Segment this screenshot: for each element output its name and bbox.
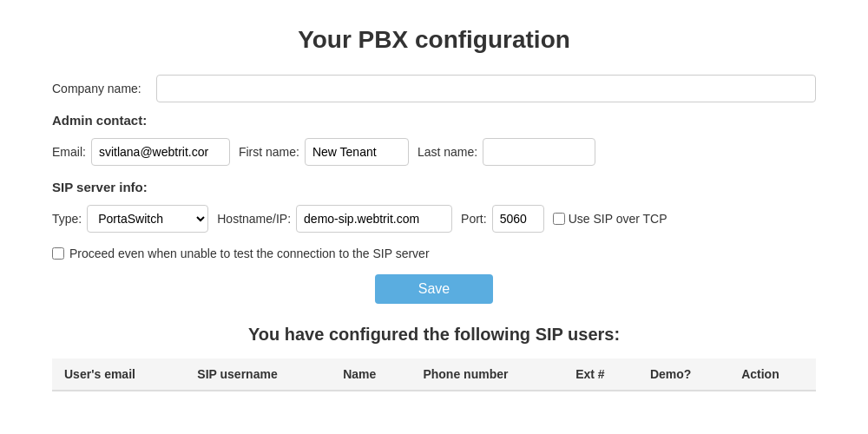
col-sip-username: SIP username	[185, 358, 331, 391]
save-btn-row: Save	[52, 274, 816, 304]
port-label: Port:	[461, 212, 487, 226]
company-name-label: Company name:	[52, 82, 156, 95]
sip-users-table: User's email SIP username Name Phone num…	[52, 358, 816, 391]
company-name-input[interactable]	[156, 75, 816, 102]
use-sip-tcp-checkbox[interactable]	[553, 213, 565, 225]
first-name-input[interactable]	[305, 138, 409, 166]
type-label: Type:	[52, 212, 82, 226]
hostname-group: Hostname/IP:	[217, 205, 452, 233]
save-button[interactable]: Save	[375, 274, 493, 304]
email-group: Email:	[52, 138, 230, 166]
admin-contact-heading: Admin contact:	[52, 113, 816, 128]
col-name: Name	[331, 358, 411, 391]
sip-users-title: You have configured the following SIP us…	[52, 325, 816, 345]
sip-users-table-container: User's email SIP username Name Phone num…	[52, 358, 816, 391]
port-group: Port:	[461, 205, 544, 233]
hostname-input[interactable]	[296, 205, 452, 233]
col-demo: Demo?	[638, 358, 729, 391]
hostname-label: Hostname/IP:	[217, 212, 291, 226]
company-name-row: Company name:	[52, 75, 816, 102]
sip-server-row: Type: PortaSwitch Hostname/IP: Port: Use…	[52, 205, 816, 233]
table-header-row: User's email SIP username Name Phone num…	[52, 358, 816, 391]
proceed-checkbox[interactable]	[52, 247, 64, 260]
admin-contact-row: Email: First name: Last name:	[52, 138, 816, 166]
col-action: Action	[729, 358, 816, 391]
col-user-email: User's email	[52, 358, 185, 391]
col-phone-number: Phone number	[411, 358, 563, 391]
proceed-label: Proceed even when unable to test the con…	[69, 247, 430, 260]
email-label: Email:	[52, 145, 86, 159]
page-title: Your PBX configuration	[52, 26, 816, 54]
last-name-group: Last name:	[418, 138, 595, 166]
type-select[interactable]: PortaSwitch	[87, 205, 208, 233]
first-name-label: First name:	[239, 145, 299, 159]
proceed-checkbox-row: Proceed even when unable to test the con…	[52, 247, 816, 260]
last-name-label: Last name:	[418, 145, 477, 159]
last-name-input[interactable]	[483, 138, 595, 166]
use-sip-tcp-label: Use SIP over TCP	[569, 212, 667, 226]
first-name-group: First name:	[239, 138, 409, 166]
admin-contact-section: Admin contact: Email: First name: Last n…	[52, 113, 816, 166]
use-sip-tcp-group: Use SIP over TCP	[553, 212, 667, 226]
type-group: Type: PortaSwitch	[52, 205, 208, 233]
col-ext: Ext #	[563, 358, 638, 391]
sip-server-section: SIP server info: Type: PortaSwitch Hostn…	[52, 180, 816, 233]
port-input[interactable]	[492, 205, 544, 233]
sip-server-heading: SIP server info:	[52, 180, 816, 194]
email-input[interactable]	[91, 138, 230, 166]
